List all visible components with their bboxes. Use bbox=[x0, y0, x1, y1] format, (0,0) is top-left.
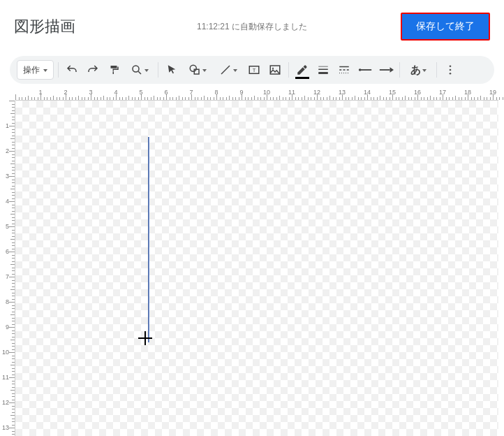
ruler-number: 16 bbox=[414, 89, 421, 96]
line-dash-icon bbox=[338, 64, 350, 76]
chevron-down-icon bbox=[43, 69, 47, 72]
separator bbox=[288, 62, 289, 78]
drawn-vertical-line[interactable] bbox=[148, 137, 149, 342]
ruler-number: 12 bbox=[313, 89, 320, 96]
svg-rect-12 bbox=[318, 72, 328, 74]
ruler-number: 7 bbox=[6, 273, 9, 280]
more-button[interactable] bbox=[440, 59, 461, 80]
svg-rect-10 bbox=[318, 66, 328, 67]
chevron-down-icon bbox=[144, 69, 149, 72]
zoom-icon bbox=[131, 64, 143, 76]
svg-point-3 bbox=[190, 65, 196, 71]
ruler-number: 18 bbox=[464, 89, 471, 96]
ruler-number: 2 bbox=[64, 89, 67, 96]
ruler-number: 12 bbox=[2, 399, 9, 406]
image-tool[interactable] bbox=[265, 59, 286, 80]
crosshair-cursor-icon bbox=[138, 331, 152, 345]
ruler-number: 10 bbox=[2, 349, 9, 356]
line-start-button[interactable] bbox=[355, 59, 376, 80]
chevron-down-icon bbox=[422, 69, 427, 72]
ruler-number: 6 bbox=[6, 248, 9, 255]
svg-text:T: T bbox=[253, 67, 256, 73]
ruler-number: 5 bbox=[139, 89, 142, 96]
textbox-icon: T bbox=[248, 64, 260, 76]
dialog-title: 図形描画 bbox=[14, 16, 75, 37]
svg-line-2 bbox=[138, 71, 141, 74]
ruler-number: 8 bbox=[214, 89, 218, 96]
cursor-icon bbox=[165, 64, 178, 76]
line-end-button[interactable] bbox=[376, 59, 396, 80]
ruler-number: 13 bbox=[339, 89, 346, 96]
undo-icon bbox=[66, 64, 78, 76]
separator bbox=[58, 62, 59, 78]
line-start-icon bbox=[357, 64, 373, 76]
ruler-number: 9 bbox=[6, 324, 9, 330]
svg-rect-4 bbox=[194, 69, 199, 74]
toolbar: 操作 T bbox=[10, 56, 494, 84]
actions-label: 操作 bbox=[23, 64, 40, 76]
border-color-swatch bbox=[295, 77, 309, 79]
ruler-number: 6 bbox=[164, 89, 168, 96]
ruler-number: 14 bbox=[364, 89, 371, 96]
ruler-number: 9 bbox=[239, 89, 243, 96]
line-weight-icon bbox=[317, 64, 329, 76]
shape-tool-dropdown[interactable] bbox=[182, 59, 213, 80]
separator bbox=[158, 62, 158, 78]
drawing-canvas[interactable] bbox=[15, 101, 498, 436]
svg-point-1 bbox=[133, 66, 139, 72]
ruler-number: 13 bbox=[2, 424, 9, 431]
header: 図形描画 11:12:21 に自動保存しました 保存して終了 bbox=[0, 0, 504, 53]
horizontal-ruler: 12345678910111213141516171819 bbox=[15, 88, 498, 101]
zoom-dropdown[interactable] bbox=[124, 59, 155, 80]
vertical-ruler: 12345678910111213 bbox=[0, 101, 15, 436]
save-and-close-button[interactable]: 保存して終了 bbox=[401, 13, 490, 41]
svg-point-20 bbox=[450, 69, 452, 71]
svg-line-5 bbox=[221, 66, 230, 74]
redo-button[interactable] bbox=[82, 59, 103, 80]
ruler-number: 5 bbox=[6, 223, 9, 230]
border-color-button[interactable] bbox=[292, 59, 313, 80]
ruler-number: 3 bbox=[89, 89, 92, 96]
line-end-icon bbox=[378, 64, 394, 76]
shapes-icon bbox=[188, 64, 201, 76]
line-icon bbox=[219, 64, 232, 76]
border-weight-button[interactable] bbox=[313, 59, 334, 80]
line-tool-dropdown[interactable] bbox=[213, 59, 244, 80]
ruler-number: 19 bbox=[489, 89, 496, 96]
ruler-number: 1 bbox=[6, 122, 9, 129]
svg-point-19 bbox=[450, 65, 452, 67]
text-format-glyph: あ bbox=[410, 64, 421, 77]
border-dash-button[interactable] bbox=[334, 59, 355, 80]
ruler-number: 15 bbox=[389, 89, 396, 96]
actions-dropdown[interactable]: 操作 bbox=[14, 59, 55, 80]
ruler-number: 2 bbox=[6, 147, 9, 154]
ruler-number: 11 bbox=[288, 89, 295, 96]
ruler-number: 8 bbox=[6, 298, 9, 305]
work-area: 12345678910111213141516171819 1234567891… bbox=[0, 88, 504, 436]
ruler-number: 11 bbox=[2, 374, 9, 381]
svg-rect-0 bbox=[113, 71, 114, 74]
pencil-icon bbox=[296, 64, 309, 76]
image-icon bbox=[269, 64, 281, 76]
redo-icon bbox=[87, 64, 99, 76]
ruler-number: 7 bbox=[189, 89, 193, 96]
undo-button[interactable] bbox=[61, 59, 82, 80]
select-tool[interactable] bbox=[161, 59, 182, 80]
ruler-number: 3 bbox=[6, 173, 9, 180]
ruler-number: 4 bbox=[114, 89, 117, 96]
textbox-tool[interactable]: T bbox=[244, 59, 265, 80]
svg-point-17 bbox=[359, 68, 362, 71]
text-format-dropdown[interactable]: あ bbox=[403, 59, 433, 80]
paint-format-button[interactable] bbox=[103, 59, 124, 80]
chevron-down-icon bbox=[202, 69, 207, 72]
autosave-status: 11:12:21 に自動保存しました bbox=[197, 21, 307, 33]
more-vertical-icon bbox=[444, 64, 457, 76]
ruler-number: 4 bbox=[6, 198, 9, 205]
separator bbox=[399, 62, 400, 78]
svg-point-21 bbox=[450, 73, 452, 75]
ruler-number: 17 bbox=[439, 89, 446, 96]
separator bbox=[436, 62, 437, 78]
svg-point-9 bbox=[272, 68, 274, 69]
ruler-number: 10 bbox=[263, 89, 270, 96]
ruler-number: 1 bbox=[38, 89, 42, 96]
